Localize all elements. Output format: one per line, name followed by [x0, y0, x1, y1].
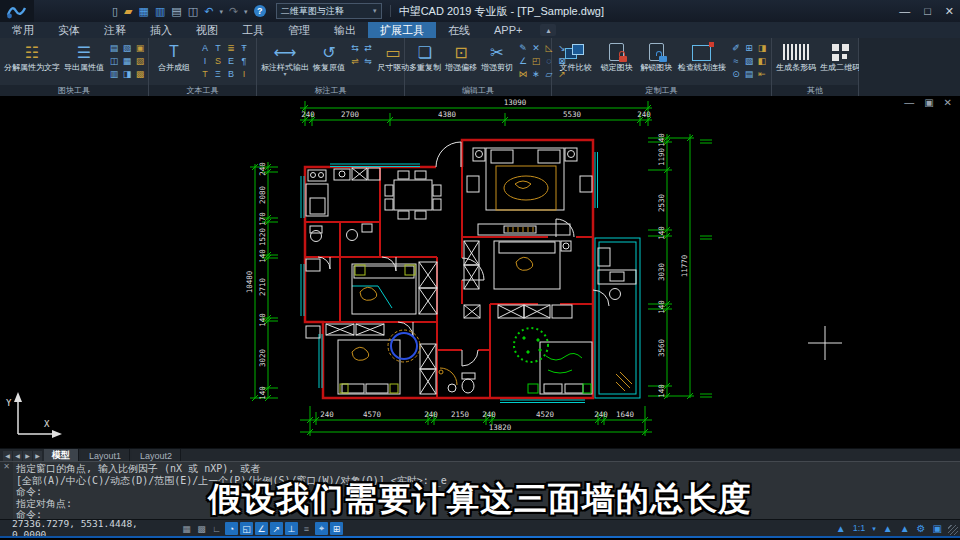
ortho-icon[interactable]: ∟ [210, 522, 223, 535]
custom-tool-icon[interactable]: ◨ [756, 42, 768, 54]
text-tool-icon[interactable]: E [225, 55, 237, 67]
settings-gear-icon[interactable]: ⚙ [917, 524, 926, 534]
edit-tool-icon[interactable]: ∠ [517, 55, 529, 67]
explode-attributes-button[interactable]: ☷ 分解属性为文字 [2, 40, 62, 86]
tab-app-plus[interactable]: APP+ [482, 22, 534, 38]
edit-tool-icon[interactable]: ⋈ [517, 68, 529, 80]
merge-group-button[interactable]: T 合并成组 [151, 40, 197, 86]
drawing-canvas[interactable]: — ▣ ✕ [0, 96, 960, 448]
dynamic-input-icon[interactable]: ⊥ [285, 522, 298, 535]
minimize-button[interactable]: — [899, 6, 910, 17]
save-as-icon[interactable]: ▥ [155, 6, 165, 17]
custom-tool-icon[interactable]: ≈ [730, 55, 742, 67]
doc-close-button[interactable]: ✕ [944, 98, 952, 108]
preview-icon[interactable]: ◫ [188, 6, 198, 17]
doc-minimize-button[interactable]: — [904, 98, 914, 108]
new-file-icon[interactable]: ▯ [112, 6, 118, 17]
tab-annotate[interactable]: 注释 [92, 22, 138, 38]
generate-qrcode-button[interactable]: 生成二维码 [818, 40, 862, 86]
text-tool-icon[interactable]: B [225, 68, 237, 80]
custom-tool-icon[interactable]: ✐ [730, 42, 742, 54]
snap-icon[interactable]: ▩ [195, 522, 208, 535]
block-tool-icon[interactable]: ▧ [121, 42, 133, 54]
text-tool-icon[interactable]: Ŧ [238, 42, 250, 54]
enhanced-trim-button[interactable]: ✂ 增强剪切 [479, 40, 515, 86]
osnap-icon[interactable]: ◱ [240, 522, 253, 535]
block-tool-icon[interactable]: ◫ [108, 55, 120, 67]
edit-tool-icon[interactable]: ✎ [517, 42, 529, 54]
model-paper-icon[interactable]: ⊞ [330, 522, 343, 535]
maximize-button[interactable]: □ [924, 6, 931, 17]
tab-output[interactable]: 输出 [322, 22, 368, 38]
enhanced-offset-button[interactable]: ⊡ 增强偏移 [443, 40, 479, 86]
redo-menu-icon[interactable]: ▾ [244, 8, 248, 15]
zwcad-logo[interactable] [0, 0, 34, 22]
lineweight-icon[interactable]: ≡ [300, 522, 313, 535]
text-tool-icon[interactable]: ¶ [238, 55, 250, 67]
resize-grip[interactable] [948, 525, 958, 535]
cycle-select-icon[interactable]: ⌖ [315, 522, 328, 535]
otrack-icon[interactable]: ∠ [255, 522, 268, 535]
text-tool-icon[interactable]: T [212, 42, 224, 54]
help-icon[interactable]: ? [254, 5, 266, 17]
text-tool-icon[interactable]: T [199, 68, 211, 80]
block-tool-icon[interactable]: ▤ [108, 42, 120, 54]
prev-tab-button[interactable]: ◀ [13, 451, 22, 461]
generate-barcode-button[interactable]: 生成条形码 [774, 40, 818, 86]
file-compare-button[interactable]: 文件比较 [554, 40, 597, 86]
export-attributes-button[interactable]: ☰ 导出属性值 [62, 40, 106, 86]
custom-tool-icon[interactable]: ▤ [743, 68, 755, 80]
text-tool-icon[interactable]: I [238, 68, 250, 80]
dim-tool-icon[interactable]: ⇌ [349, 55, 361, 67]
auto-annotate-icon[interactable]: ▲ [900, 524, 910, 534]
block-tool-icon[interactable]: ▨ [134, 55, 146, 67]
edit-tool-icon[interactable]: ∗ [530, 68, 542, 80]
polar-tracking-icon[interactable]: ◔ [225, 522, 238, 535]
dim-style-export-button[interactable]: ⟷ 标注样式输出 ▾ [259, 40, 311, 86]
edit-tool-icon[interactable]: ✕ [530, 42, 542, 54]
edit-tool-icon[interactable]: ◰ [530, 55, 542, 67]
annotation-visibility-icon[interactable]: ▲ [883, 524, 893, 534]
annotation-scale-value[interactable]: 1:1 [853, 524, 866, 533]
save-icon[interactable]: ▦ [139, 6, 149, 17]
open-folder-icon[interactable]: ▰ [124, 6, 132, 17]
tab-online[interactable]: 在线 [436, 22, 482, 38]
custom-tool-icon[interactable]: ⇤ [756, 68, 768, 80]
undo-menu-icon[interactable]: ▾ [219, 8, 223, 15]
command-close-icon[interactable]: ✕ [3, 462, 10, 471]
custom-tool-icon[interactable]: ▧ [743, 55, 755, 67]
restore-value-button[interactable]: ↺ 恢复原值 [311, 40, 347, 86]
text-tool-icon[interactable]: S [212, 55, 224, 67]
redo-icon[interactable]: ↷ [229, 6, 238, 17]
grid-icon[interactable]: ▦ [180, 522, 193, 535]
custom-tool-icon[interactable]: ⊞ [743, 42, 755, 54]
chevron-down-icon[interactable]: ▾ [872, 525, 876, 532]
tab-insert[interactable]: 插入 [138, 22, 184, 38]
lock-block-button[interactable]: 锁定图块 [597, 40, 637, 86]
text-tool-icon[interactable]: I [199, 55, 211, 67]
ribbon-collapse-button[interactable]: ▴ [540, 24, 556, 36]
tab-view[interactable]: 视图 [184, 22, 230, 38]
close-button[interactable]: ✕ [945, 6, 954, 17]
unlock-block-button[interactable]: 解锁图块 [636, 40, 676, 86]
dynamic-ucs-icon[interactable]: ↗ [270, 522, 283, 535]
print-icon[interactable]: ▤ [171, 6, 181, 17]
dim-tool-icon[interactable]: ⇆ [349, 42, 361, 54]
undo-icon[interactable]: ↶ [204, 6, 213, 17]
next-tab-button[interactable]: ▶ [23, 451, 32, 461]
annotation-scale-icon[interactable]: ▲ [836, 524, 846, 534]
text-tool-icon[interactable]: ≣ [225, 42, 237, 54]
tab-express-tools[interactable]: 扩展工具 [368, 22, 436, 38]
multi-copy-button[interactable]: ❏ 多重复制 [407, 40, 443, 86]
tab-manage[interactable]: 管理 [276, 22, 322, 38]
workspace-selector[interactable]: 二维草图与注释 ▾ [276, 3, 382, 19]
block-tool-icon[interactable]: ▥ [108, 68, 120, 80]
text-tool-icon[interactable]: Ξ [212, 68, 224, 80]
clean-screen-icon[interactable]: ▣ [933, 524, 942, 534]
check-line-connect-button[interactable]: 检查线划连接 [676, 40, 728, 86]
first-tab-button[interactable]: ◀ [3, 451, 12, 461]
doc-restore-button[interactable]: ▣ [924, 98, 933, 108]
custom-tool-icon[interactable]: ◧ [756, 55, 768, 67]
block-tool-icon[interactable]: ◨ [121, 68, 133, 80]
dim-tool-icon[interactable]: ⇄ [362, 42, 374, 54]
